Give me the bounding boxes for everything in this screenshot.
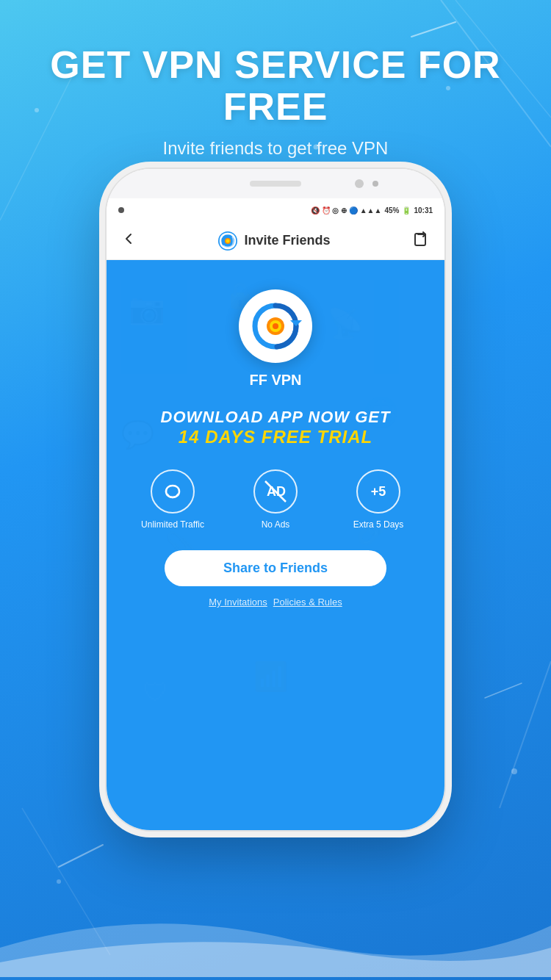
download-section: DOWNLOAD APP NOW GET 14 DAYS FREE TRIAL [161,408,391,447]
download-sub-text: 14 DAYS FREE TRIAL [161,427,391,447]
unlimited-traffic-icon [151,469,195,514]
time-text: 10:31 [414,206,433,215]
vpn-app-name: FF VPN [239,372,312,389]
svg-line-13 [485,683,522,698]
feature-extra-days: +5 Extra 5 Days [328,469,430,530]
vpn-logo-container: FF VPN [239,289,312,389]
svg-point-9 [511,768,517,774]
back-button[interactable] [121,231,136,250]
phone-top-bar [107,169,444,198]
battery-text: 45% [384,206,399,215]
policies-rules-link[interactable]: Policies & Rules [273,597,342,608]
links-row: My Invitations Policies & Rules [209,597,342,608]
nav-bar: Invite Friends [107,222,444,260]
phone-sensor [372,181,378,187]
phone-speaker [250,181,301,187]
feature-unlimited-traffic: Unlimited Traffic [122,469,224,530]
status-indicator [118,207,124,213]
app-content: 📷 🔒 📡 🌐 💬 📎 🔗 📶 🛡 [107,260,444,830]
extra-days-label: Extra 5 Days [353,519,404,530]
phone-mockup: 🔇 ⏰ ◎ ⊕ 🔵 ▲▲▲ 45% 🔋 10:31 [107,169,444,830]
main-title: GET VPN SERVICE FOR FREE [0,44,551,128]
unlimited-traffic-label: Unlimited Traffic [141,519,204,530]
svg-text:📶: 📶 [253,660,289,693]
nav-share-button[interactable] [412,231,430,251]
svg-line-4 [22,808,110,955]
no-ads-icon: AD [253,469,298,514]
phone-camera [355,179,364,188]
svg-line-3 [500,661,551,808]
status-right: 🔇 ⏰ ◎ ⊕ 🔵 ▲▲▲ 45% 🔋 10:31 [311,206,433,215]
status-bar: 🔇 ⏰ ◎ ⊕ 🔵 ▲▲▲ 45% 🔋 10:31 [107,198,444,222]
phone-body: 🔇 ⏰ ◎ ⊕ 🔵 ▲▲▲ 45% 🔋 10:31 [107,169,444,830]
features-row: Unlimited Traffic AD No Ads +5 [121,469,430,530]
sub-title: Invite friends to get free VPN [0,138,551,159]
svg-line-11 [411,22,455,37]
status-left [118,207,124,213]
extra-days-icon: +5 [356,469,400,514]
no-ads-label: No Ads [262,519,290,530]
nav-title-area: Invite Friends [217,231,330,251]
svg-text:📡: 📡 [327,306,364,341]
share-to-friends-button[interactable]: Share to Friends [165,550,386,586]
my-invitations-link[interactable]: My Invitations [209,597,267,608]
status-icons: 🔇 ⏰ ◎ ⊕ 🔵 ▲▲▲ [311,206,382,215]
feature-no-ads: AD No Ads [225,469,327,530]
header-section: GET VPN SERVICE FOR FREE Invite friends … [0,44,551,159]
svg-text:💬: 💬 [121,419,154,450]
svg-line-12 [59,845,103,867]
svg-point-32 [273,323,278,329]
battery-icon: 🔋 [402,206,411,215]
svg-point-16 [226,239,230,242]
nav-title: Invite Friends [244,233,330,248]
svg-text:📷: 📷 [129,291,165,326]
svg-point-10 [57,879,61,884]
svg-text:🛡: 🛡 [143,678,168,706]
vpn-logo-circle [239,289,312,363]
download-main-text: DOWNLOAD APP NOW GET [161,408,391,427]
